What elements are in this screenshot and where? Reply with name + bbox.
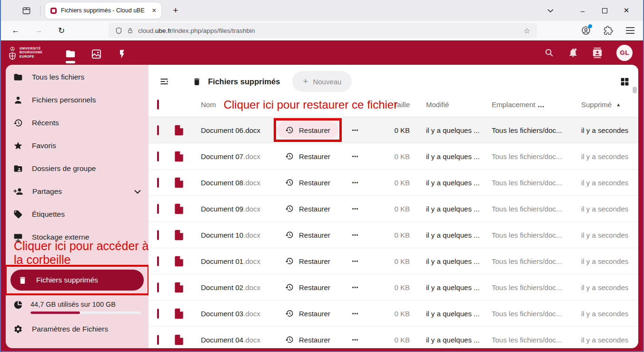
- table-row[interactable]: Document 09.docx Restaurer ••• 0 KB il y…: [149, 196, 638, 222]
- table-row[interactable]: Document 02.docx Restaurer ••• 0 KB il y…: [149, 274, 638, 301]
- more-actions-button[interactable]: •••: [352, 180, 359, 185]
- history-icon: [285, 178, 294, 187]
- size-cell: 0 KB: [366, 283, 410, 292]
- more-actions-button[interactable]: •••: [352, 206, 359, 211]
- row-checkbox[interactable]: [157, 151, 159, 161]
- row-checkbox[interactable]: [157, 256, 159, 266]
- file-name[interactable]: Document 08.docx: [201, 179, 260, 187]
- more-actions-button[interactable]: •••: [352, 337, 359, 342]
- notifications-bell-icon[interactable]: [568, 47, 578, 58]
- file-name[interactable]: Document 02.docx: [201, 283, 260, 292]
- maximize-button[interactable]: [594, 2, 615, 19]
- tab-separator: [40, 6, 40, 15]
- column-name[interactable]: Nom: [201, 101, 216, 109]
- more-actions-button[interactable]: •••: [352, 285, 359, 290]
- more-actions-button[interactable]: •••: [352, 232, 359, 238]
- sidebar-item-favoris[interactable]: Favoris: [6, 134, 149, 157]
- select-all-checkbox[interactable]: [157, 100, 159, 110]
- file-name[interactable]: Document 04.docx: [201, 336, 260, 344]
- restore-button[interactable]: Restaurer: [277, 305, 338, 322]
- app-files-tab[interactable]: [60, 42, 81, 63]
- sidebar-item-partages[interactable]: Partages: [6, 180, 149, 203]
- extensions-puzzle-icon[interactable]: [604, 26, 613, 35]
- file-name[interactable]: Document 03.docx: [201, 310, 260, 318]
- document-file-icon: [173, 333, 185, 347]
- restore-annotation-box: Restaurer: [274, 144, 342, 168]
- account-icon[interactable]: [581, 26, 591, 35]
- file-name[interactable]: Document 06.docx: [201, 126, 260, 134]
- restore-button[interactable]: Restaurer: [277, 200, 338, 217]
- table-row[interactable]: Document 01.docx Restaurer ••• 0 KB il y…: [149, 248, 638, 274]
- modified-cell: il y a quelques ...: [410, 205, 476, 213]
- sidebar-item-recents[interactable]: Récents: [6, 111, 149, 134]
- row-checkbox[interactable]: [157, 178, 159, 188]
- more-actions-button[interactable]: •••: [352, 154, 359, 159]
- grid-view-toggle[interactable]: [618, 75, 632, 89]
- location-cell: Tous les fichiers/doc...: [476, 152, 567, 161]
- restore-button[interactable]: Restaurer: [277, 226, 338, 243]
- row-checkbox[interactable]: [157, 335, 159, 345]
- back-button[interactable]: ←: [11, 26, 20, 35]
- new-button[interactable]: + Nouveau: [292, 71, 352, 92]
- lock-icon[interactable]: [127, 27, 133, 34]
- restore-button[interactable]: Restaurer: [277, 174, 338, 191]
- restore-button[interactable]: Restaurer: [277, 121, 338, 139]
- more-actions-button[interactable]: •••: [352, 128, 359, 133]
- table-row[interactable]: Document 06.docx Restaurer ••• 0 KB il y…: [149, 117, 638, 143]
- table-row[interactable]: Document 08.docx Restaurer ••• 0 KB il y…: [149, 170, 638, 196]
- sidebar-item-dossiers-de-groupe[interactable]: Dossiers de groupe: [6, 157, 149, 180]
- more-actions-button[interactable]: •••: [352, 259, 359, 264]
- bookmark-star-icon[interactable]: ☆: [524, 26, 530, 35]
- restore-button[interactable]: Restaurer: [277, 148, 338, 165]
- tracking-shield-icon[interactable]: [115, 27, 122, 35]
- url-bar[interactable]: cloud.ube.fr/index.php/apps/files/trashb…: [109, 23, 537, 38]
- storage-quota[interactable]: 44,7 GB utilisés sur 100 GB: [13, 300, 141, 314]
- restore-button[interactable]: Restaurer: [277, 252, 338, 270]
- history-icon: [285, 126, 294, 134]
- row-checkbox[interactable]: [157, 204, 159, 214]
- new-tab-button[interactable]: +: [169, 5, 182, 16]
- restore-button[interactable]: Restaurer: [277, 279, 338, 296]
- search-icon[interactable]: [544, 48, 554, 58]
- table-row[interactable]: Document 03.docx Restaurer ••• 0 KB il y…: [149, 301, 638, 327]
- tab-close-icon[interactable]: ✕: [152, 7, 157, 14]
- user-avatar[interactable]: GL: [616, 45, 633, 61]
- file-name[interactable]: Document 09.docx: [201, 205, 260, 213]
- sidebar-item-parametres[interactable]: Paramètres de Fichiers: [6, 318, 149, 341]
- sidebar-item-fichiers-personnels[interactable]: Fichiers personnels: [6, 89, 149, 111]
- row-checkbox[interactable]: [157, 282, 159, 292]
- row-checkbox[interactable]: [157, 230, 159, 240]
- browser-tab[interactable]: Fichiers supprimés - Cloud uBE ✕: [45, 2, 161, 19]
- close-window-button[interactable]: ✕: [615, 2, 637, 19]
- chevron-down-icon[interactable]: [134, 190, 141, 194]
- reload-button[interactable]: ↻: [57, 26, 66, 36]
- sidebar-item-fichiers-supprimes[interactable]: Fichiers supprimés: [10, 270, 144, 291]
- row-checkbox[interactable]: [157, 309, 159, 319]
- contacts-icon[interactable]: [592, 47, 603, 59]
- university-logo[interactable]: ♔ UNIVERSITÉ BOURGOGNE EUROPE: [9, 46, 56, 60]
- app-activity-tab[interactable]: [111, 42, 132, 60]
- column-deleted[interactable]: Supprimé ▲: [567, 101, 638, 109]
- menu-hamburger-icon[interactable]: [626, 27, 634, 34]
- firefox-view-icon[interactable]: [19, 3, 33, 18]
- column-modified[interactable]: Modifié: [410, 101, 476, 109]
- app-photos-tab[interactable]: [86, 42, 107, 60]
- file-name[interactable]: Document 01.docx: [201, 257, 260, 265]
- minimize-button[interactable]: –: [572, 2, 594, 19]
- sidebar-item-tous-les-fichiers[interactable]: Tous les fichiers: [6, 66, 149, 89]
- table-row[interactable]: Document 10.docx Restaurer ••• 0 KB il y…: [149, 222, 638, 248]
- scrollbar-thumb[interactable]: [633, 87, 637, 93]
- forward-button[interactable]: →: [34, 26, 43, 35]
- table-row[interactable]: Document 07.docx Restaurer ••• 0 KB il y…: [149, 143, 638, 170]
- file-name[interactable]: Document 10.docx: [201, 231, 260, 239]
- column-location[interactable]: Emplacement …: [476, 101, 567, 109]
- table-row[interactable]: Document 04.docx Restaurer ••• 0 KB il y…: [149, 327, 638, 348]
- file-name[interactable]: Document 07.docx: [201, 152, 260, 161]
- restore-button[interactable]: Restaurer: [277, 331, 338, 348]
- row-checkbox[interactable]: [157, 125, 159, 135]
- more-actions-button[interactable]: •••: [352, 311, 359, 316]
- tab-list-chevron-icon[interactable]: [539, 2, 561, 19]
- modified-cell: il y a quelques ...: [410, 152, 476, 161]
- sidebar-item-etiquettes[interactable]: Étiquettes: [6, 203, 149, 226]
- toggle-sidebar-icon[interactable]: [159, 77, 169, 86]
